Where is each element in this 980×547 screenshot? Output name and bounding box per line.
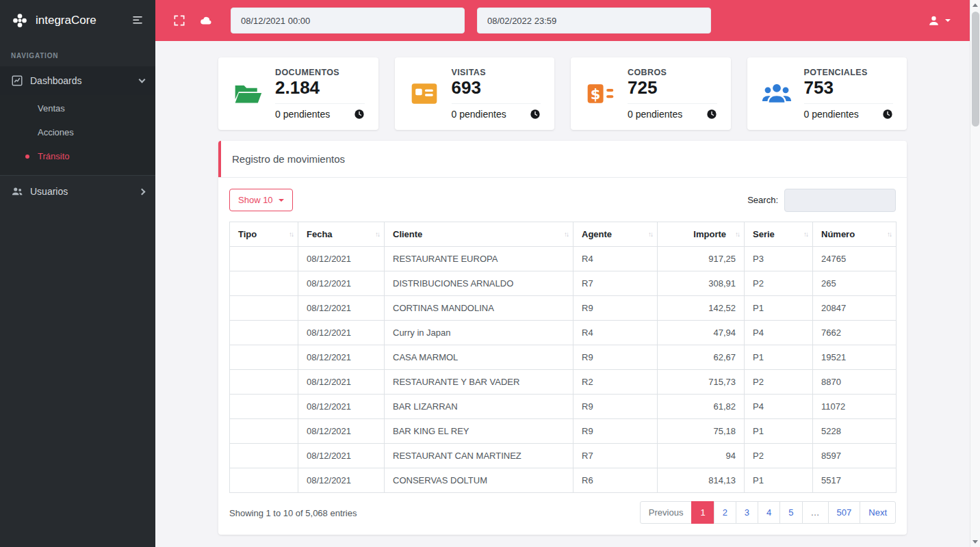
cell-serie: P4 xyxy=(745,320,813,345)
table-row[interactable]: 08/12/2021 RESTAURANTE EUROPA R4 917,25 … xyxy=(230,246,897,271)
table-row[interactable]: 08/12/2021 RESTAURANTE Y BAR VADER R2 71… xyxy=(230,369,897,394)
page-content: DOCUMENTOS 2.184 0 pendientes xyxy=(155,41,970,547)
clock-icon xyxy=(354,109,365,120)
cell-cliente: RESTAURANT CAN MARTINEZ xyxy=(385,443,573,468)
showing-entries-text: Showing 1 to 10 of 5,068 entries xyxy=(229,501,357,518)
sidebar-item-dashboards[interactable]: Dashboards xyxy=(0,66,155,95)
nav-section-label: NAVIGATION xyxy=(0,41,155,66)
cell-tipo xyxy=(230,443,298,468)
col-label: Número xyxy=(821,229,855,239)
search-input[interactable] xyxy=(784,189,896,212)
date-to-input[interactable] xyxy=(477,8,711,34)
topbar xyxy=(155,0,970,41)
cell-serie: P2 xyxy=(745,369,813,394)
col-header-numero[interactable]: Número↑↓ xyxy=(813,222,897,246)
table-footer: Showing 1 to 10 of 5,068 entries Previou… xyxy=(229,501,896,524)
col-label: Tipo xyxy=(238,229,257,239)
user-icon xyxy=(927,14,940,27)
scrollbar-thumb[interactable] xyxy=(972,12,979,126)
movements-table: Tipo↑↓ Fecha↑↓ Cliente↑↓ Agente↑↓ Import… xyxy=(229,222,897,493)
show-entries-label: Show 10 xyxy=(238,195,273,205)
show-entries-button[interactable]: Show 10 xyxy=(229,189,293,211)
cell-tipo xyxy=(230,394,298,418)
sort-icon: ↑↓ xyxy=(289,229,293,239)
table-row[interactable]: 08/12/2021 CORTINAS MANDOLINA R9 142,52 … xyxy=(230,295,897,320)
chevron-right-icon xyxy=(139,188,146,195)
cell-numero: 5517 xyxy=(813,468,897,492)
scroll-down-arrow[interactable] xyxy=(970,537,980,547)
cell-fecha: 08/12/2021 xyxy=(298,468,385,492)
cell-agente: R4 xyxy=(573,320,658,345)
col-header-tipo[interactable]: Tipo↑↓ xyxy=(230,222,298,246)
cell-numero: 8870 xyxy=(813,369,897,394)
fullscreen-icon[interactable] xyxy=(172,14,186,27)
cell-cliente: RESTAURANTE Y BAR VADER xyxy=(385,369,573,394)
stat-value: 693 xyxy=(452,78,541,98)
table-row[interactable]: 08/12/2021 Curry in Japan R4 47,94 P4 76… xyxy=(230,320,897,345)
clock-icon xyxy=(882,109,893,120)
cloud-icon[interactable] xyxy=(199,14,213,27)
scroll-up-arrow[interactable] xyxy=(970,0,980,10)
user-group-icon xyxy=(761,79,792,109)
stat-title: VISITAS xyxy=(452,68,541,77)
scrollbar-track[interactable] xyxy=(970,10,980,537)
cell-cliente: RESTAURANTE EUROPA xyxy=(385,246,573,271)
id-card-icon xyxy=(409,79,440,109)
cell-serie: P2 xyxy=(745,271,813,295)
stat-value: 2.184 xyxy=(275,78,365,98)
sidebar: integraCore NAVIGATION Dashboards Ventas… xyxy=(0,0,155,547)
col-header-serie[interactable]: Serie↑↓ xyxy=(745,222,813,246)
col-header-importe[interactable]: Importe↑↓ xyxy=(658,222,745,246)
table-row[interactable]: 08/12/2021 BAR KING EL REY R9 75,18 P1 5… xyxy=(230,418,897,443)
col-header-fecha[interactable]: Fecha↑↓ xyxy=(298,222,385,246)
page-button[interactable]: Next xyxy=(860,501,896,524)
chevron-down-icon xyxy=(139,77,146,83)
date-from-input[interactable] xyxy=(231,8,465,34)
page-button[interactable]: 5 xyxy=(779,501,802,524)
cell-cliente: CASA MARMOL xyxy=(385,345,573,369)
user-menu[interactable] xyxy=(927,14,951,27)
page-button[interactable]: 507 xyxy=(828,501,861,524)
stat-card-visitas: VISITAS 693 0 pendientes xyxy=(395,57,555,130)
sidebar-item-acciones[interactable]: Acciones xyxy=(0,120,155,144)
cell-serie: P4 xyxy=(745,394,813,418)
cell-importe: 47,94 xyxy=(658,320,745,345)
cell-serie: P1 xyxy=(745,418,813,443)
cell-agente: R9 xyxy=(573,394,658,418)
sidebar-item-usuarios[interactable]: Usuarios xyxy=(0,177,155,206)
page-button-current[interactable]: 1 xyxy=(691,501,714,524)
sidebar-item-transito[interactable]: Tránsito xyxy=(0,144,155,168)
col-label: Cliente xyxy=(393,229,422,239)
cell-fecha: 08/12/2021 xyxy=(298,418,385,443)
sidebar-toggle-icon[interactable] xyxy=(131,14,144,27)
sort-icon: ↑↓ xyxy=(648,229,652,239)
table-row[interactable]: 08/12/2021 BAR LIZARRAN R9 61,82 P4 1107… xyxy=(230,394,897,418)
page-button[interactable]: 2 xyxy=(714,501,736,524)
page-button[interactable]: 4 xyxy=(758,501,780,524)
sidebar-item-ventas[interactable]: Ventas xyxy=(0,96,155,120)
cell-importe: 308,91 xyxy=(658,271,745,295)
cell-fecha: 08/12/2021 xyxy=(298,271,385,295)
cell-numero: 20847 xyxy=(813,295,897,320)
svg-text:$: $ xyxy=(591,85,601,103)
col-label: Serie xyxy=(753,229,775,239)
clock-icon xyxy=(530,109,541,120)
table-row[interactable]: 08/12/2021 CONSERVAS DOLTUM R6 814,13 P1… xyxy=(230,468,897,492)
table-row[interactable]: 08/12/2021 RESTAURANT CAN MARTINEZ R7 94… xyxy=(230,443,897,468)
cell-serie: P2 xyxy=(745,443,813,468)
chart-icon xyxy=(11,75,23,87)
chevron-down-icon xyxy=(279,199,284,202)
money-check-icon: $ xyxy=(584,79,616,109)
col-header-agente[interactable]: Agente↑↓ xyxy=(573,222,658,246)
table-row[interactable]: 08/12/2021 DISTRIBUCIONES ARNALDO R7 308… xyxy=(230,271,897,295)
table-body: 08/12/2021 RESTAURANTE EUROPA R4 917,25 … xyxy=(230,246,897,492)
page-button[interactable]: 3 xyxy=(736,501,758,524)
cell-importe: 814,13 xyxy=(658,468,745,492)
table-row[interactable]: 08/12/2021 CASA MARMOL R9 62,67 P1 19521 xyxy=(230,345,897,369)
cell-fecha: 08/12/2021 xyxy=(298,246,385,271)
sidebar-item-label: Dashboards xyxy=(30,75,82,86)
cell-tipo xyxy=(230,271,298,295)
cell-numero: 265 xyxy=(813,271,897,295)
table-header-row: Tipo↑↓ Fecha↑↓ Cliente↑↓ Agente↑↓ Import… xyxy=(230,222,897,246)
col-header-cliente[interactable]: Cliente↑↓ xyxy=(385,222,573,246)
